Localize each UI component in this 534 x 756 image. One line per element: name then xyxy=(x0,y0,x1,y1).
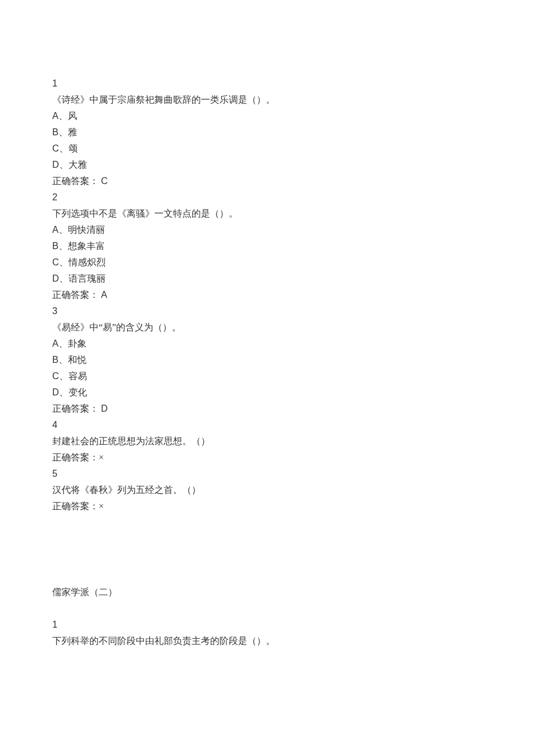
option-sep: 、 xyxy=(59,257,68,267)
question-option: B、和悦 xyxy=(52,352,482,368)
question-number: 1 xyxy=(52,75,482,92)
answer-label: 正确答案： xyxy=(52,501,99,511)
question-number: 3 xyxy=(52,303,482,319)
option-sep: 、 xyxy=(59,143,68,153)
document-page: 1 《诗经》中属于宗庙祭祀舞曲歌辞的一类乐调是（）。 A、风 B、雅 C、颂 D… xyxy=(0,0,534,701)
question-option: D、变化 xyxy=(52,384,482,401)
answer-line: 正确答案：× xyxy=(52,498,482,514)
answer-value: A xyxy=(101,290,107,300)
option-sep: 、 xyxy=(59,371,68,381)
option-sep: 、 xyxy=(59,241,68,251)
option-text: 想象丰富 xyxy=(68,241,105,251)
answer-line: 正确答案： C xyxy=(52,173,482,189)
answer-value: × xyxy=(99,452,104,462)
question-option: A、卦象 xyxy=(52,336,482,352)
option-letter: A xyxy=(52,339,59,348)
option-text: 明快清丽 xyxy=(68,225,105,235)
option-sep: 、 xyxy=(59,127,68,137)
option-sep: 、 xyxy=(59,160,68,170)
answer-line: 正确答案：× xyxy=(52,449,482,466)
option-text: 卦象 xyxy=(68,339,86,348)
question-stem: 封建社会的正统思想为法家思想。（） xyxy=(52,433,482,449)
question-stem: 《易经》中“易”的含义为（）。 xyxy=(52,319,482,336)
option-letter: B xyxy=(52,355,59,365)
answer-label: 正确答案： xyxy=(52,404,99,413)
option-text: 变化 xyxy=(68,387,87,397)
option-text: 雅 xyxy=(68,127,77,137)
option-letter: C xyxy=(52,143,59,153)
option-sep: 、 xyxy=(59,273,68,283)
option-sep: 、 xyxy=(59,387,68,397)
answer-label: 正确答案： xyxy=(52,290,99,300)
option-text: 情感炽烈 xyxy=(68,257,106,267)
question-option: A、明快清丽 xyxy=(52,222,482,238)
answer-value: D xyxy=(101,404,108,413)
option-text: 和悦 xyxy=(68,355,86,365)
option-letter: B xyxy=(52,127,59,137)
answer-value: C xyxy=(101,176,108,186)
option-letter: B xyxy=(52,241,59,251)
question-option: C、颂 xyxy=(52,141,482,157)
question-stem: 汉代将《春秋》列为五经之首。（） xyxy=(52,482,482,498)
section-gap xyxy=(52,514,482,584)
question-option: D、大雅 xyxy=(52,157,482,173)
answer-label: 正确答案： xyxy=(52,176,99,186)
question-number: 1 xyxy=(52,617,482,633)
option-sep: 、 xyxy=(59,339,68,348)
option-letter: A xyxy=(52,111,59,121)
option-sep: 、 xyxy=(59,225,68,235)
question-number: 5 xyxy=(52,466,482,482)
option-letter: D xyxy=(52,387,59,397)
question-option: B、想象丰富 xyxy=(52,238,482,254)
answer-line: 正确答案： D xyxy=(52,401,482,417)
question-number: 2 xyxy=(52,189,482,206)
question-option: C、容易 xyxy=(52,368,482,384)
option-sep: 、 xyxy=(59,111,68,121)
question-number: 4 xyxy=(52,417,482,433)
question-stem: 下列选项中不是《离骚》一文特点的是（）。 xyxy=(52,206,482,222)
question-option: B、雅 xyxy=(52,124,482,141)
question-option: A、风 xyxy=(52,108,482,124)
option-text: 大雅 xyxy=(68,160,87,170)
option-text: 风 xyxy=(68,111,77,121)
answer-value: × xyxy=(99,501,104,511)
question-option: D、语言瑰丽 xyxy=(52,271,482,287)
option-letter: A xyxy=(52,225,59,235)
option-sep: 、 xyxy=(59,355,68,365)
option-text: 语言瑰丽 xyxy=(68,273,106,283)
answer-label: 正确答案： xyxy=(52,452,99,462)
option-letter: D xyxy=(52,160,59,170)
section-heading: 儒家学派（二） xyxy=(52,584,482,600)
answer-line: 正确答案： A xyxy=(52,287,482,303)
option-text: 容易 xyxy=(68,371,87,381)
question-stem: 《诗经》中属于宗庙祭祀舞曲歌辞的一类乐调是（）。 xyxy=(52,92,482,108)
blank-line xyxy=(52,600,482,617)
option-letter: C xyxy=(52,257,59,267)
option-letter: D xyxy=(52,273,59,283)
option-letter: C xyxy=(52,371,59,381)
option-text: 颂 xyxy=(68,143,78,153)
question-stem: 下列科举的不同阶段中由礼部负责主考的阶段是（）。 xyxy=(52,633,482,649)
question-option: C、情感炽烈 xyxy=(52,254,482,271)
